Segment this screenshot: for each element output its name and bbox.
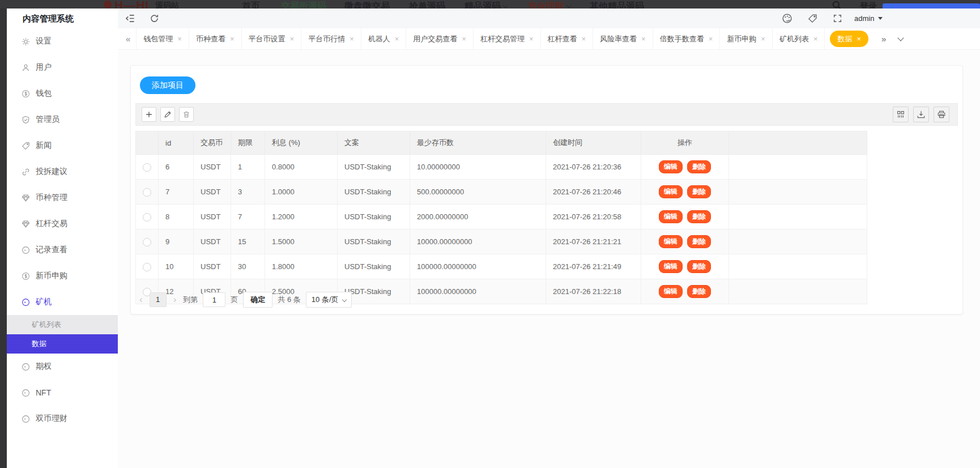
tab-close-icon[interactable]: × (709, 35, 713, 43)
delete-button[interactable]: 删除 (687, 160, 711, 173)
next-page-button[interactable]: › (172, 294, 178, 305)
sidebar-subitem-miner-data[interactable]: 数据 (7, 334, 118, 354)
tab-close-icon[interactable]: × (395, 35, 399, 43)
edit-button[interactable]: 编辑 (659, 210, 683, 223)
print-button[interactable] (934, 107, 949, 122)
sidebar-item-dual-finance[interactable]: 双币理财 (7, 406, 118, 432)
tag-icon (22, 142, 30, 150)
column-header: id (159, 131, 194, 155)
tab-user-trade-view[interactable]: 用户交易查看× (406, 28, 474, 49)
tab-label: 新币申购 (727, 34, 756, 44)
tab-close-icon[interactable]: × (857, 35, 861, 43)
user-menu[interactable]: admin (854, 8, 883, 28)
tab-close-icon[interactable]: × (761, 35, 765, 43)
sidebar-item-leverage-trade[interactable]: 杠杆交易 (7, 211, 118, 237)
sidebar-item-new-coin[interactable]: 新币申购 (7, 263, 118, 289)
sidebar-item-nft[interactable]: NFT (7, 380, 118, 406)
row-radio-button[interactable] (143, 188, 151, 197)
tabs-collapse-icon[interactable]: « (118, 34, 136, 44)
tab-label: 倍数手数查看 (660, 34, 704, 44)
sidebar-item-feedback[interactable]: 投拆建议 (7, 159, 118, 185)
tab-robot[interactable]: 机器人× (361, 28, 407, 49)
user-icon (22, 63, 30, 72)
sidebar-subitem-miner-list[interactable]: 矿机列表 (7, 315, 118, 334)
sidebar-item-label: NFT (36, 388, 51, 397)
delete-button[interactable]: 删除 (687, 260, 711, 273)
delete-button[interactable]: 删除 (687, 185, 711, 198)
row-radio-button[interactable] (143, 163, 151, 172)
table-cell: 0.8000 (265, 155, 338, 180)
tab-leverage-view[interactable]: 杠杆查看× (541, 28, 594, 49)
tab-platform-coin-settings[interactable]: 平台币设置× (242, 28, 302, 49)
sidebar-item-settings[interactable]: 设置 (7, 28, 118, 54)
coin-icon (22, 272, 30, 280)
tab-data[interactable]: 数据× (830, 31, 868, 47)
sidebar-item-users[interactable]: 用户 (7, 54, 118, 80)
sidebar-item-coin-manage[interactable]: 币种管理 (7, 185, 118, 211)
edit-button[interactable]: 编辑 (659, 235, 683, 248)
table-cell: USDT-Staking (338, 254, 410, 279)
sidebar-item-admins[interactable]: 管理员 (7, 107, 118, 133)
site-nav-item: 微盘微交易 (344, 0, 390, 8)
table-row: 7USDT31.0000USDT-Staking500.000000002021… (136, 180, 867, 205)
row-radio-button[interactable] (143, 238, 151, 246)
tabs-scroll-right-icon[interactable]: » (881, 34, 886, 44)
sidebar-item-miner[interactable]: 矿机 (7, 289, 118, 315)
pencil-button[interactable] (160, 107, 175, 122)
delete-button[interactable]: 删除 (687, 285, 711, 298)
prev-page-button[interactable]: ‹ (138, 294, 144, 305)
tab-miner-list[interactable]: 矿机列表× (773, 28, 825, 49)
row-radio-button[interactable] (143, 213, 151, 222)
tab-multiple-lots-view[interactable]: 倍数手数查看× (653, 28, 721, 49)
table-cell: 15 (231, 229, 265, 254)
export-button[interactable] (913, 107, 929, 122)
sidebar-item-wallet[interactable]: 钱包 (7, 80, 118, 107)
tab-close-icon[interactable]: × (529, 35, 534, 43)
tab-close-icon[interactable]: × (813, 35, 818, 43)
sidebar-item-label: 钱包 (36, 88, 52, 99)
sidebar-item-news[interactable]: 新闻 (7, 133, 118, 159)
refresh-icon[interactable] (150, 14, 159, 23)
table-row: 8USDT71.2000USDT-Staking2000.00000000202… (136, 205, 867, 229)
grid-button[interactable] (893, 107, 909, 122)
fullscreen-icon[interactable] (833, 14, 842, 23)
confirm-button[interactable]: 确定 (243, 292, 272, 308)
tab-close-icon[interactable]: × (177, 35, 182, 43)
table-cell: 1.8000 (265, 254, 338, 279)
table-cell: 1 (231, 155, 265, 180)
tab-coin-view[interactable]: 币种查看× (189, 28, 242, 49)
tab-close-icon[interactable]: × (230, 35, 235, 43)
collapse-sidebar-icon[interactable] (125, 13, 135, 24)
tab-new-coin-subscribe[interactable]: 新币申购× (720, 28, 773, 49)
tab-risk-rate-view[interactable]: 风险率查看× (593, 28, 653, 49)
tab-close-icon[interactable]: × (290, 35, 295, 43)
delete-button[interactable]: 删除 (687, 235, 711, 248)
plus-button[interactable] (142, 107, 156, 122)
edit-button[interactable]: 编辑 (659, 160, 683, 173)
tab-leverage-trade-manage[interactable]: 杠杆交易管理× (474, 28, 541, 49)
tab-wallet-manage[interactable]: 钱包管理× (137, 28, 189, 49)
theme-palette-icon[interactable] (782, 13, 792, 24)
tab-close-icon[interactable]: × (641, 35, 646, 43)
tab-platform-coin-market[interactable]: 平台币行情× (301, 28, 361, 49)
goto-page-input[interactable] (203, 292, 225, 307)
add-item-button[interactable]: 添加项目 (140, 76, 195, 94)
row-radio-button[interactable] (143, 263, 151, 271)
edit-button[interactable]: 编辑 (659, 185, 683, 198)
tab-close-icon[interactable]: × (582, 35, 586, 43)
delete-button[interactable]: 删除 (687, 210, 711, 223)
sidebar-subitem-label: 矿机列表 (32, 320, 61, 329)
sidebar-item-records[interactable]: 记录查看 (7, 237, 118, 263)
edit-button[interactable]: 编辑 (659, 285, 683, 298)
current-page-button[interactable]: 1 (150, 292, 167, 307)
tab-label: 币种查看 (196, 34, 225, 44)
tab-close-icon[interactable]: × (462, 35, 466, 43)
chevron-down-icon (566, 3, 571, 8)
page-size-select[interactable]: 10 条/页 (306, 292, 352, 308)
tab-close-icon[interactable]: × (350, 35, 354, 43)
tag-icon[interactable] (808, 14, 817, 23)
tabs-more-icon[interactable] (898, 34, 903, 44)
edit-button[interactable]: 编辑 (659, 260, 683, 273)
trash-button[interactable] (179, 107, 194, 122)
sidebar-item-options[interactable]: 期权 (7, 354, 118, 380)
